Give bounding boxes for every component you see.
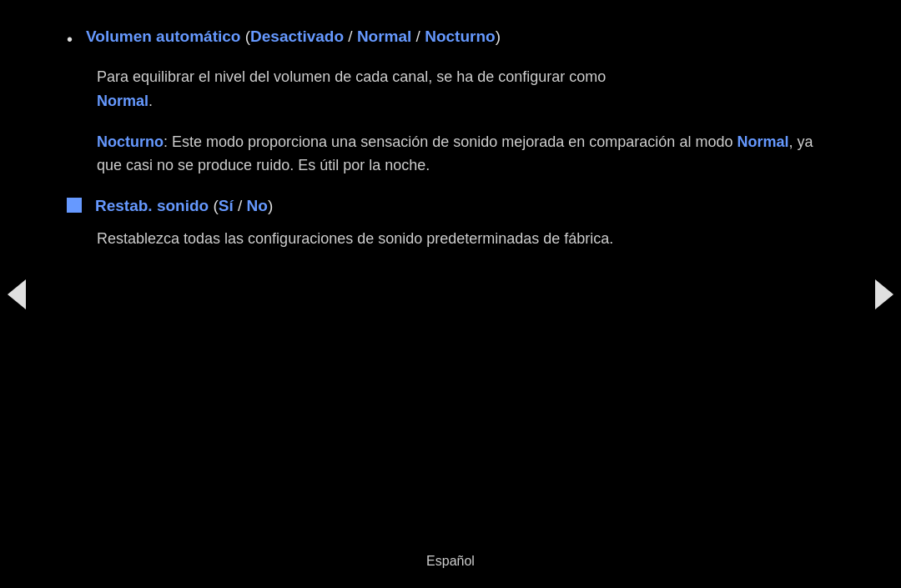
nav-arrow-left[interactable] — [0, 269, 33, 319]
volumen-label: Volumen automático — [86, 28, 240, 45]
square-icon — [67, 198, 82, 213]
desactivado-label: Desactivado — [250, 28, 344, 45]
desc1-end: . — [148, 93, 153, 109]
restab-label: Restab. sonido — [95, 197, 209, 214]
paren-close: ) — [496, 28, 501, 45]
desc2-nocturno: Nocturno — [97, 133, 164, 150]
bullet-dot: • — [67, 27, 73, 52]
bullet-item-volumen: • Volumen automático (Desactivado / Norm… — [67, 25, 834, 52]
volumen-paren-open: ( — [240, 28, 250, 45]
restab-paren-open: ( — [209, 197, 219, 214]
nav-arrow-right[interactable] — [868, 269, 901, 319]
slash1: / — [344, 28, 357, 45]
restab-title: Restab. sonido (Sí / No) — [95, 194, 273, 219]
right-arrow-icon — [875, 279, 893, 309]
normal-label: Normal — [357, 28, 411, 45]
left-arrow-icon — [8, 279, 26, 309]
desc1-normal: Normal — [97, 93, 148, 109]
description-para-1: Para equilibrar el nivel del volumen de … — [97, 65, 834, 113]
square-item-restab: Restab. sonido (Sí / No) — [67, 194, 834, 219]
desc1-plain: Para equilibrar el nivel del volumen de … — [97, 68, 606, 85]
desc2-normal: Normal — [737, 133, 788, 150]
si-label: Sí — [219, 197, 234, 214]
nocturno-label: Nocturno — [425, 28, 495, 45]
footer-language: Español — [426, 554, 475, 568]
restab-paren-close: ) — [268, 197, 273, 214]
footer: Español — [426, 551, 475, 571]
no-label: No — [247, 197, 268, 214]
square-desc-text: Restablezca todas las configuraciones de… — [97, 230, 613, 247]
desc2-text1: : Este modo proporciona una sensación de… — [164, 133, 737, 150]
square-description: Restablezca todas las configuraciones de… — [97, 227, 834, 251]
restab-slash: / — [234, 197, 247, 214]
main-content: • Volumen automático (Desactivado / Norm… — [0, 0, 901, 275]
volumen-title: Volumen automático (Desactivado / Normal… — [86, 25, 501, 49]
slash2: / — [411, 28, 425, 45]
description-block-1: Para equilibrar el nivel del volumen de … — [97, 65, 834, 178]
description-para-2: Nocturno: Este modo proporciona una sens… — [97, 130, 834, 178]
